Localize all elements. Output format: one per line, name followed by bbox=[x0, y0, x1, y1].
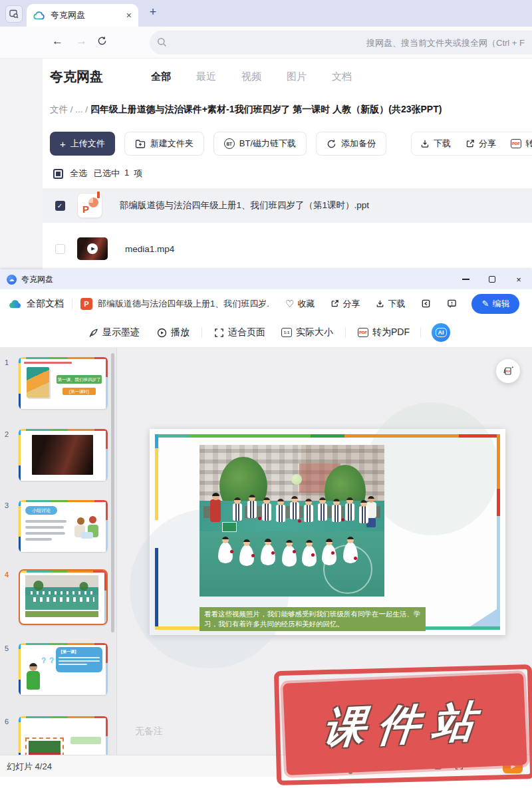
video-frame bbox=[32, 435, 93, 475]
file-row-video[interactable]: ▶ media1.mp4 bbox=[43, 231, 532, 266]
new-folder-label: 新建文件夹 bbox=[150, 138, 194, 150]
slide-thumb-6[interactable] bbox=[19, 716, 108, 755]
new-folder-button[interactable]: 新建文件夹 bbox=[124, 132, 204, 156]
tab-image[interactable]: 图片 bbox=[287, 70, 307, 83]
maximize-button[interactable] bbox=[479, 269, 505, 289]
selection-actions: 下载 分享 PDF 转为 bbox=[411, 132, 532, 156]
breadcrumb-sep: / bbox=[70, 104, 73, 114]
file-checkbox-checked[interactable]: ✓ bbox=[55, 201, 65, 211]
tab-recent[interactable]: 最近 bbox=[196, 70, 216, 83]
fit-page-button[interactable]: 适合页面 bbox=[214, 327, 265, 338]
breadcrumb-current: 四年级上册道德与法治课件+素材-1我们班四岁了 第一课时 人教（新版）(共23张… bbox=[90, 104, 442, 114]
slide-thumb-1[interactable]: 第一课、我们班四岁了 (第一课时) bbox=[19, 357, 108, 409]
slide-counter: 幻灯片 4/24 bbox=[7, 761, 52, 773]
tab-doc[interactable]: 文档 bbox=[332, 70, 352, 83]
slide-number: 2 bbox=[5, 430, 9, 438]
slide-caption: 看看这些视频照片，我们能够感受到我们班级所有同学在一起生活、学习，我们有着许多共… bbox=[200, 607, 426, 631]
slide-number: 3 bbox=[5, 501, 9, 509]
screen: 夸克网盘 × + ← → 夸克网盘 全部 最近 视频 图片 文档 文件 / ..… bbox=[0, 0, 532, 798]
to-pdf-button[interactable]: PDF 转为PDF bbox=[358, 327, 410, 338]
breadcrumb: 文件 / ... / 四年级上册道德与法治课件+素材-1我们班四岁了 第一课时 … bbox=[50, 104, 442, 116]
reload-button[interactable] bbox=[97, 36, 107, 46]
quark-app-icon: ☁ bbox=[7, 275, 17, 285]
browser-tab[interactable]: 夸克网盘 × bbox=[27, 4, 138, 27]
bt-download-button[interactable]: BT BT/磁力链下载 bbox=[213, 132, 307, 156]
file-checkbox-unchecked[interactable] bbox=[55, 244, 65, 254]
tab-video[interactable]: 视频 bbox=[241, 70, 261, 83]
tab-close-icon[interactable]: × bbox=[126, 10, 132, 21]
question-marks: ？？ bbox=[40, 655, 56, 666]
convert-pdf-float-button[interactable]: PDF bbox=[496, 359, 520, 383]
mini-class-photo bbox=[25, 575, 98, 610]
search-input[interactable] bbox=[150, 31, 532, 55]
forward-button[interactable]: → bbox=[76, 35, 87, 48]
upload-button[interactable]: + 上传文件 bbox=[50, 132, 115, 156]
textbook-cover bbox=[27, 367, 49, 398]
select-all-checkbox[interactable] bbox=[53, 169, 63, 179]
browser-chrome: 夸克网盘 × + bbox=[0, 0, 532, 27]
select-all-label: 全选 bbox=[70, 168, 87, 180]
cartoon-boy-body bbox=[27, 671, 40, 690]
speech-bubble: 【第一课】 bbox=[56, 647, 102, 672]
add-backup-button[interactable]: 添加备份 bbox=[316, 132, 386, 156]
pdf-icon: PDF bbox=[511, 139, 521, 148]
share-icon bbox=[466, 139, 475, 148]
new-tab-button[interactable]: + bbox=[145, 5, 161, 19]
video-thumbnail: ▶ bbox=[77, 237, 108, 260]
share-selected-button[interactable]: 分享 bbox=[466, 138, 496, 150]
favorite-button[interactable]: ♡ 收藏 bbox=[285, 298, 315, 310]
slide-thumbnail-panel: 1 第一课、我们班四岁了 (第一课时) 2 3 小组讨论 bbox=[0, 348, 117, 755]
drive-header: 夸克网盘 全部 最近 视频 图片 文档 bbox=[50, 68, 352, 86]
folder-plus-icon bbox=[135, 139, 146, 148]
slide-thumb-2[interactable] bbox=[19, 429, 108, 481]
convert-selected-button[interactable]: PDF 转为 bbox=[511, 138, 532, 150]
actual-size-icon: 1:1 bbox=[281, 328, 292, 337]
feedback-icon[interactable] bbox=[447, 299, 457, 309]
selected-status: 已选中1项 bbox=[94, 168, 142, 180]
pen-icon: ✎ bbox=[482, 299, 489, 309]
balloon bbox=[291, 474, 302, 485]
notes-placeholder[interactable]: 无备注 bbox=[135, 726, 163, 737]
watermark-stamp: 课件站 bbox=[283, 673, 527, 775]
drive-brand: 夸克网盘 bbox=[50, 68, 103, 86]
download-label: 下载 bbox=[434, 138, 451, 150]
play-slides-button[interactable]: 播放 bbox=[157, 327, 190, 338]
show-ink-button[interactable]: 显示墨迹 bbox=[88, 327, 140, 338]
share-doc-button[interactable]: 分享 bbox=[331, 298, 360, 310]
bt-label: BT/磁力链下载 bbox=[239, 138, 296, 150]
search-icon bbox=[157, 37, 167, 47]
breadcrumb-ellipsis[interactable]: ... bbox=[75, 104, 82, 114]
slide-thumb-4-selected[interactable] bbox=[19, 569, 108, 625]
all-docs-button[interactable]: 全部文档 bbox=[27, 298, 64, 310]
breadcrumb-root[interactable]: 文件 bbox=[50, 104, 68, 114]
download-selected-button[interactable]: 下载 bbox=[420, 138, 451, 150]
slide-number: 5 bbox=[5, 644, 9, 652]
teacher-figure bbox=[210, 499, 221, 522]
file-name[interactable]: media1.mp4 bbox=[125, 244, 174, 254]
tab-all[interactable]: 全部 bbox=[151, 70, 171, 83]
slide-thumb-3[interactable]: 小组讨论 bbox=[19, 500, 108, 552]
thumbnail-scrollbar[interactable] bbox=[111, 353, 114, 632]
fit-page-icon bbox=[214, 328, 224, 338]
edit-button[interactable]: ✎ 编辑 bbox=[471, 294, 519, 314]
corner-decoration bbox=[470, 609, 497, 626]
workspace-search-icon[interactable] bbox=[5, 5, 23, 23]
actual-size-button[interactable]: 1:1 实际大小 bbox=[281, 327, 333, 338]
viewer-topbar: 全部文档 P 部编版道德与法治四年级上册1、我们班四岁... ♡ 收藏 分享 下… bbox=[0, 289, 532, 318]
back-button[interactable]: ← bbox=[52, 35, 63, 48]
ai-assistant-button[interactable]: AI bbox=[432, 323, 450, 342]
close-button[interactable]: × bbox=[505, 269, 532, 289]
plus-icon: + bbox=[60, 138, 66, 150]
cloud-docs-icon bbox=[8, 299, 23, 309]
pdf-convert-icon: PDF bbox=[502, 365, 514, 377]
file-row-ppt[interactable]: ✓ P 部编版道德与法治四年级上册1、我们班四岁了（第1课时）.ppt bbox=[43, 188, 532, 223]
heart-icon: ♡ bbox=[285, 298, 294, 310]
file-name[interactable]: 部编版道德与法治四年级上册1、我们班四岁了（第1课时）.ppt bbox=[120, 200, 369, 211]
save-to-drive-icon[interactable] bbox=[421, 299, 431, 309]
minimize-button[interactable] bbox=[452, 269, 479, 289]
slide-thumb-5[interactable]: 【第一课】 ？？ bbox=[19, 643, 108, 695]
convert-label: 转为 bbox=[525, 138, 532, 150]
select-bar: 全选 已选中1项 bbox=[53, 168, 142, 180]
download-doc-button[interactable]: 下载 bbox=[376, 298, 405, 310]
share-icon bbox=[331, 299, 339, 308]
